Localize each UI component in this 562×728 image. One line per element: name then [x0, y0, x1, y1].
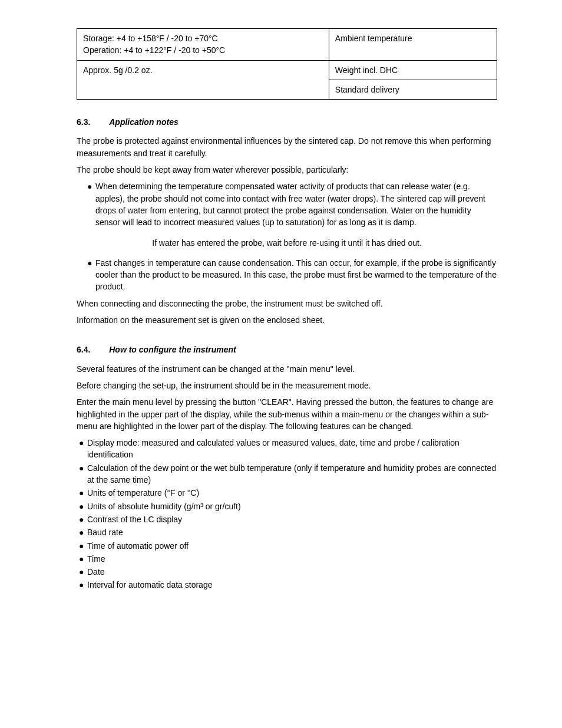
cell-weight-label: Weight incl. DHC [329, 60, 497, 80]
table-row: Storage: +4 to +158°F / -20 to +70°C Ope… [77, 29, 497, 61]
section-title: How to configure the instrument [109, 345, 236, 354]
bullet-icon: ● [79, 526, 87, 538]
cell-std-delivery: Standard delivery [329, 80, 497, 99]
section-number: 6.4. [77, 345, 90, 354]
list-item: ●Contrast of the LC display [79, 513, 497, 525]
cell-line: Operation: +4 to +122°F / -20 to +50°C [83, 45, 225, 55]
cell-weight-text: Approx. 5g /0.2 oz. [77, 60, 329, 100]
bullet-icon: ● [79, 462, 87, 474]
list-item: ●Display mode: measured and calculated v… [79, 437, 497, 461]
paragraph: The probe should be kept away from water… [77, 164, 497, 176]
section-title: Application notes [109, 117, 178, 127]
bullet-text: Baud rate [87, 526, 497, 538]
bullet-icon: ● [79, 487, 87, 499]
paragraph: Information on the measurement set is gi… [77, 314, 497, 326]
bullet-text: Units of temperature (°F or °C) [87, 487, 497, 499]
bullet-icon: ● [79, 579, 87, 591]
document-page: Storage: +4 to +158°F / -20 to +70°C Ope… [0, 0, 562, 728]
bullet-icon: ● [79, 513, 87, 525]
list-item: ● Fast changes in temperature can cause … [87, 257, 497, 293]
paragraph: Enter the main menu level by pressing th… [77, 396, 497, 432]
spec-table: Storage: +4 to +158°F / -20 to +70°C Ope… [77, 28, 497, 100]
bullet-icon: ● [87, 180, 95, 192]
bullet-icon: ● [79, 500, 87, 512]
bullet-icon: ● [79, 437, 87, 449]
bullet-group: ● When determining the temperature compe… [87, 180, 497, 228]
bullet-text: Date [87, 566, 497, 578]
feature-list: ●Display mode: measured and calculated v… [79, 437, 497, 591]
list-item: ●Time of automatic power off [79, 540, 497, 552]
list-item: ●Units of absolute humidity (g/m³ or gr/… [79, 500, 497, 512]
section-number: 6.3. [77, 117, 90, 127]
bullet-group: ● Fast changes in temperature can cause … [87, 257, 497, 293]
bullet-text: When determining the temperature compens… [95, 180, 497, 228]
center-note: If water has entered the probe, wait bef… [77, 237, 497, 249]
list-item: ●Time [79, 553, 497, 565]
bullet-text: Units of absolute humidity (g/m³ or gr/c… [87, 500, 497, 512]
list-item: ●Interval for automatic data storage [79, 579, 497, 591]
list-item: ● When determining the temperature compe… [87, 180, 497, 228]
bullet-text: Time [87, 553, 497, 565]
paragraph: Before changing the set-up, the instrume… [77, 380, 497, 391]
cell-ambient-text: Storage: +4 to +158°F / -20 to +70°C Ope… [77, 29, 329, 61]
bullet-text: Display mode: measured and calculated va… [87, 437, 497, 461]
paragraph: The probe is protected against environme… [77, 135, 497, 159]
bullet-icon: ● [79, 566, 87, 578]
bullet-icon: ● [79, 553, 87, 565]
list-item: ●Calculation of the dew point or the wet… [79, 462, 497, 486]
bullet-text: Time of automatic power off [87, 540, 497, 552]
bullet-text: Contrast of the LC display [87, 513, 497, 525]
bullet-icon: ● [79, 540, 87, 552]
bullet-text: Fast changes in temperature can cause co… [95, 257, 497, 293]
cell-ambient-label: Ambient temperature [329, 29, 497, 61]
bullet-icon: ● [87, 257, 95, 269]
table-row: Approx. 5g /0.2 oz. Weight incl. DHC [77, 60, 497, 80]
list-item: ●Units of temperature (°F or °C) [79, 487, 497, 499]
paragraph: When connecting and disconnecting the pr… [77, 298, 497, 309]
paragraph: Several features of the instrument can b… [77, 363, 497, 375]
section-heading-6-4: 6.4. How to configure the instrument [77, 344, 497, 355]
list-item: ●Baud rate [79, 526, 497, 538]
bullet-text: Calculation of the dew point or the wet … [87, 462, 497, 486]
list-item: ●Date [79, 566, 497, 578]
bullet-text: Interval for automatic data storage [87, 579, 497, 591]
section-heading-6-3: 6.3. Application notes [77, 116, 497, 128]
cell-line: Storage: +4 to +158°F / -20 to +70°C [83, 34, 218, 43]
